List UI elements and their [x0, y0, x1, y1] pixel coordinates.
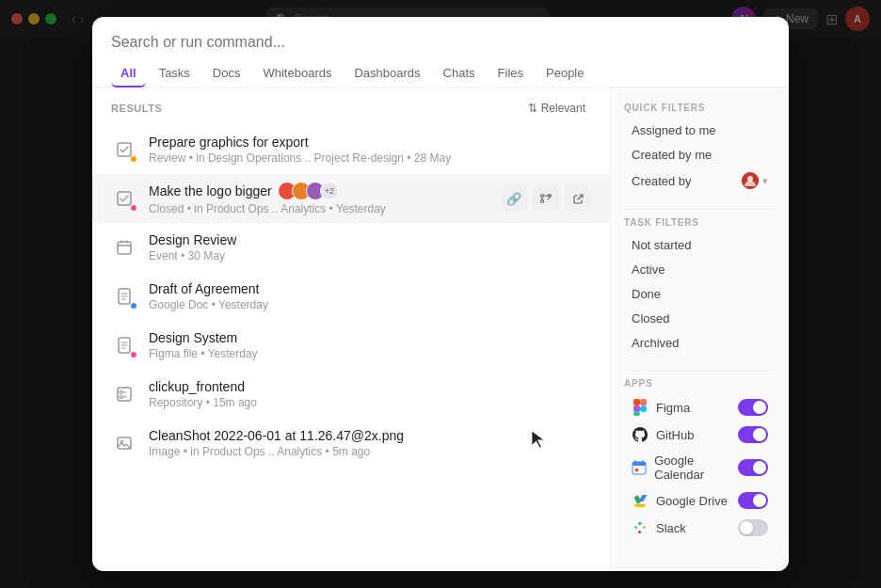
filter-not-started[interactable]: Not started [624, 233, 776, 257]
result-item-design-review[interactable]: Design Review Event • 30 May [92, 223, 610, 272]
result-actions: 🔗 [501, 185, 591, 212]
result-item-logo[interactable]: Make the logo bigger +2 Closed • in Prod… [92, 174, 610, 223]
gcal-toggle[interactable] [738, 459, 768, 476]
tab-files[interactable]: Files [489, 60, 533, 87]
tab-docs[interactable]: Docs [203, 60, 250, 87]
chevron-down-icon: ▾ [762, 175, 768, 187]
tab-chats[interactable]: Chats [434, 60, 485, 87]
open-external-button[interactable] [565, 185, 591, 212]
result-title: Draft of Agreement [149, 281, 591, 296]
image-icon [111, 430, 137, 456]
result-content: Design Review Event • 30 May [149, 232, 591, 262]
svg-rect-5 [118, 242, 131, 254]
svg-rect-18 [633, 412, 640, 416]
result-content: CleanShot 2022-06-01 at 11.26.47@2x.png … [149, 428, 591, 458]
filter-assigned-to-me[interactable]: Assigned to me [624, 119, 776, 142]
result-content: Make the logo bigger +2 Closed • in Prod… [149, 182, 489, 215]
result-meta: Closed • in Product Ops .. Analytics • Y… [149, 202, 489, 215]
status-dot [130, 155, 137, 163]
modal-tabs: All Tasks Docs Whiteboards Dashboards Ch… [92, 51, 789, 87]
search-input[interactable] [111, 34, 770, 51]
svg-point-12 [120, 440, 123, 443]
gcal-app-icon [632, 459, 647, 476]
task-filters-label: TASK FILTERS [624, 217, 776, 228]
modal-body: RESULTS ⇅ Relevant [92, 87, 789, 571]
svg-rect-23 [634, 526, 637, 529]
results-panel: RESULTS ⇅ Relevant [92, 87, 610, 571]
gdrive-app-icon [632, 492, 649, 509]
result-icon-wrapper [111, 430, 137, 456]
quick-filters-label: QUICK FILTERS [624, 103, 776, 113]
filters-panel: QUICK FILTERS Assigned to me Created by … [610, 87, 789, 571]
filter-archived[interactable]: Archived [624, 331, 776, 355]
figma-toggle[interactable] [738, 399, 768, 416]
filter-done[interactable]: Done [624, 282, 776, 306]
sort-button[interactable]: ⇅ Relevant [522, 99, 591, 118]
separator [624, 209, 776, 210]
app-figma[interactable]: Figma [624, 394, 776, 421]
tab-people[interactable]: People [537, 60, 593, 87]
app-gdrive[interactable]: Google Drive [624, 487, 776, 514]
result-icon-wrapper [111, 185, 137, 212]
filter-created-by-me[interactable]: Created by me [624, 143, 776, 167]
svg-rect-26 [638, 531, 641, 533]
result-icon-wrapper [111, 234, 137, 261]
avatar-count: +2 [320, 182, 339, 200]
result-meta: Google Doc • Yesterday [149, 298, 591, 311]
tab-all[interactable]: All [111, 60, 146, 87]
github-app-icon [632, 426, 649, 443]
result-icon-wrapper [111, 283, 137, 310]
result-title: Design Review [149, 232, 591, 247]
slack-toggle[interactable] [738, 519, 768, 536]
result-item-draft[interactable]: Draft of Agreement Google Doc • Yesterda… [92, 272, 610, 321]
result-icon-wrapper [111, 381, 137, 407]
copy-link-button[interactable]: 🔗 [501, 185, 527, 212]
repo-icon [111, 381, 137, 407]
gdrive-toggle[interactable] [738, 492, 768, 509]
sort-arrows-icon: ⇅ [528, 102, 537, 115]
status-dot [130, 204, 137, 212]
result-title: Prepare graphics for export [149, 135, 591, 150]
result-title: clickup_frontend [149, 379, 591, 394]
status-dot [130, 351, 137, 358]
svg-rect-16 [640, 399, 647, 405]
filter-closed[interactable]: Closed [624, 307, 776, 330]
tab-dashboards[interactable]: Dashboards [344, 60, 429, 87]
tab-whiteboards[interactable]: Whiteboards [253, 60, 341, 87]
result-item-cleanshot[interactable]: CleanShot 2022-06-01 at 11.26.47@2x.png … [92, 419, 610, 468]
created-by-avatar [742, 172, 759, 189]
result-content: clickup_frontend Repository • 15m ago [149, 379, 591, 409]
result-meta: Repository • 15m ago [149, 396, 591, 409]
svg-rect-25 [643, 526, 646, 529]
app-gcal[interactable]: Google Calendar [624, 449, 776, 486]
result-title: Design System [149, 330, 591, 345]
branch-button[interactable] [533, 185, 559, 212]
app-slack[interactable]: Slack [624, 515, 776, 541]
result-content: Prepare graphics for export Review • in … [149, 135, 591, 165]
result-item-prepare-graphics[interactable]: Prepare graphics for export Review • in … [92, 125, 610, 174]
filter-active[interactable]: Active [624, 258, 776, 281]
result-item-design-system[interactable]: Design System Figma file • Yesterday [92, 321, 610, 370]
result-meta: Figma file • Yesterday [149, 347, 591, 360]
result-icon-wrapper [111, 136, 137, 163]
svg-point-19 [640, 405, 647, 412]
avatar-stack: +2 [278, 182, 339, 200]
filter-created-by[interactable]: Created by ▾ [624, 167, 776, 194]
svg-rect-27 [639, 522, 642, 525]
result-title: Make the logo bigger +2 [149, 182, 489, 200]
app-github[interactable]: GitHub [624, 421, 776, 448]
apps-label: APPS [624, 378, 776, 389]
svg-rect-17 [633, 405, 640, 412]
result-meta: Event • 30 May [149, 249, 591, 262]
apps-section: APPS [624, 378, 776, 541]
tab-tasks[interactable]: Tasks [150, 60, 200, 87]
calendar-icon [111, 234, 137, 261]
result-content: Draft of Agreement Google Doc • Yesterda… [149, 281, 591, 311]
result-icon-wrapper [111, 332, 137, 358]
github-toggle[interactable] [738, 426, 768, 443]
result-title: CleanShot 2022-06-01 at 11.26.47@2x.png [149, 428, 591, 443]
modal-search-area [92, 17, 789, 51]
search-modal: All Tasks Docs Whiteboards Dashboards Ch… [92, 17, 789, 571]
result-item-repo[interactable]: clickup_frontend Repository • 15m ago [92, 370, 610, 419]
result-content: Design System Figma file • Yesterday [149, 330, 591, 360]
